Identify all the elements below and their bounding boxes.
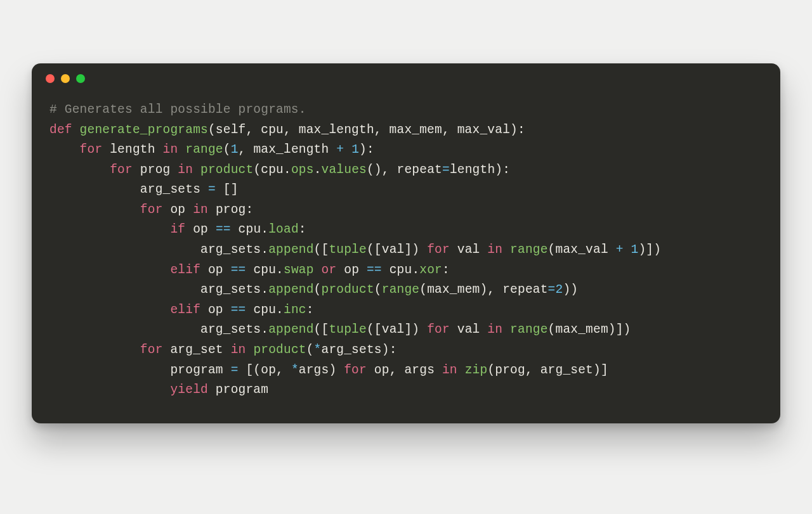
code-token: zip [465,363,488,377]
code-line: for op in prog: [49,200,763,221]
code-token: cpu. [390,263,420,277]
code-token: arg_sets. [200,283,268,297]
code-token: or [322,263,344,277]
code-token: elif [170,263,208,277]
code-token: op [344,263,367,277]
code-token: tuple [329,243,367,257]
code-line: if op == cpu.load: [49,220,763,240]
code-token: in [231,343,254,357]
code-token: cpu. [253,303,284,317]
code-token: length): [450,163,510,177]
code-token: arg_sets. [200,323,268,337]
code-token: product [322,283,374,297]
code-token: (max_val [548,243,616,257]
code-token: op [208,263,231,277]
code-indent [49,163,110,177]
code-token: = [442,163,450,177]
code-token: : [306,303,314,317]
code-token: op, args [374,363,442,377]
code-token: range [185,143,223,157]
code-line: def generate_programs(self, cpu, max_len… [49,120,763,141]
code-token: arg_sets [140,183,208,196]
code-token: (), repeat [367,163,442,177]
code-token: for [427,243,457,257]
code-indent [49,183,140,196]
code-token [314,263,322,277]
traffic-light-minimize-icon[interactable] [61,74,70,83]
code-token: append [268,283,313,297]
code-line: for prog in product(cpu.ops.values(), re… [49,160,763,181]
code-token: , max_length [239,143,337,157]
code-token: op [193,222,216,236]
code-token: (max_mem)]) [548,323,631,337]
code-token: for [427,323,457,337]
code-line: arg_sets.append(product(range(max_mem), … [49,280,763,300]
code-token: ( [374,283,382,297]
code-token: ([val]) [367,243,427,257]
traffic-light-zoom-icon[interactable] [76,74,85,83]
code-token: program [170,363,230,377]
code-token: append [268,323,313,337]
code-token: for [80,143,110,157]
code-token: = [548,283,556,297]
code-token: = [231,363,246,377]
code-token: tuple [329,323,367,337]
code-token: in [193,203,216,217]
code-token: (max_mem), repeat [419,283,547,297]
code-token: in [487,243,510,257]
code-token: prog: [216,203,254,217]
code-indent [49,203,140,217]
code-token: + [336,143,351,157]
code-line: arg_sets.append([tuple([val]) for val in… [49,240,763,260]
code-line: elif op == cpu.swap or op == cpu.xor: [49,260,763,281]
code-token: in [487,323,510,337]
code-indent [49,343,140,357]
code-window: # Generates all possible programs.def ge… [32,63,780,423]
code-indent [49,243,200,257]
code-token: (prog, arg_set)] [487,363,608,377]
code-token: arg_sets): [322,343,397,357]
traffic-light-close-icon[interactable] [46,74,55,83]
code-token: ( [223,143,231,157]
code-token: * [314,343,322,357]
code-token: range [510,323,548,337]
code-token: val [457,243,488,257]
code-line: yield program [49,380,763,401]
code-token: args) [299,363,344,377]
code-token: [] [223,183,239,196]
code-line: for arg_set in product(*arg_sets): [49,340,763,361]
code-token: in [178,163,200,177]
code-indent [49,143,80,157]
code-token: )) [563,283,578,297]
code-indent [49,303,170,317]
code-token: for [140,343,171,357]
code-token: )]) [638,243,661,257]
code-token: ops [291,163,314,177]
code-token: == [231,263,254,277]
code-line: program = [(op, *args) for op, args in z… [49,361,763,381]
code-indent [49,263,170,277]
code-token: : [299,222,306,236]
code-token: ([ [314,243,329,257]
code-token: def [49,123,80,137]
code-indent [49,283,200,297]
code-token: = [208,183,223,196]
code-token: self [216,123,246,137]
code-line: for length in range(1, max_length + 1): [49,140,763,160]
page: # Generates all possible programs.def ge… [0,0,812,514]
code-token: cpu. [253,263,284,277]
code-token: yield [170,383,215,397]
code-token: ( [306,343,314,357]
code-token: , cpu, max_length, max_mem, max_val): [246,123,525,137]
code-token: length [110,143,162,157]
code-token: for [140,203,171,217]
code-token: ): [359,143,374,157]
code-indent [49,222,170,236]
code-token: ([ [314,323,329,337]
code-token: (cpu. [253,163,291,177]
code-token: # Generates all possible programs. [49,103,306,117]
code-line: # Generates all possible programs. [49,100,763,120]
code-token: + [616,243,631,257]
code-token: 1 [351,143,359,157]
code-token: in [442,363,465,377]
